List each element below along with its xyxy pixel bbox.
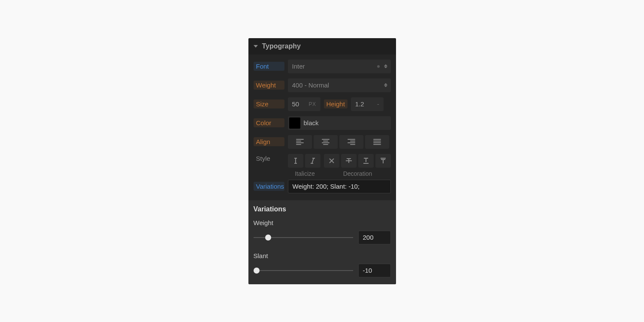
slant-slider-value: -10	[363, 267, 372, 274]
weight-slider-group: Weight 200	[254, 219, 391, 244]
italic-off-button[interactable]	[288, 154, 303, 168]
typography-section-header[interactable]: Typography	[248, 38, 396, 54]
height-label: Height	[324, 99, 348, 108]
slant-slider-input[interactable]: -10	[358, 264, 391, 277]
font-row: Font Inter	[254, 57, 391, 76]
color-swatch[interactable]	[289, 117, 300, 129]
weight-slider[interactable]	[254, 233, 353, 242]
italic-on-button[interactable]	[305, 154, 320, 168]
decoration-strikethrough-button[interactable]	[341, 154, 357, 168]
slider-thumb[interactable]	[254, 268, 260, 274]
variations-subpanel-title: Variations	[254, 205, 391, 213]
size-value: 50	[292, 100, 309, 108]
align-left-button[interactable]	[288, 135, 312, 149]
align-justify-icon	[373, 139, 381, 145]
variations-label: Variations	[254, 182, 284, 191]
align-row: Align	[254, 132, 391, 151]
weight-value: 400 - Normal	[292, 81, 330, 89]
select-chevrons-icon	[384, 64, 387, 68]
size-height-row: Size 50 PX Height 1.2 -	[254, 95, 391, 114]
weight-slider-value: 200	[363, 234, 374, 241]
color-value: black	[304, 119, 319, 126]
italicize-sublabel: Italicize	[288, 170, 322, 177]
overline-icon	[380, 157, 387, 164]
weight-row: Weight 400 - Normal	[254, 76, 391, 95]
align-left-icon	[296, 139, 304, 145]
variations-row: Variations Weight: 200; Slant: -10;	[254, 177, 391, 196]
weight-select[interactable]: 400 - Normal	[288, 78, 391, 92]
slant-slider-label: Slant	[254, 252, 391, 259]
height-input[interactable]: 1.2 -	[351, 97, 384, 111]
typography-panel: Typography Font Inter Weight 400 - Norma…	[248, 38, 396, 284]
font-select[interactable]: Inter	[288, 60, 391, 73]
height-value: 1.2	[355, 100, 379, 108]
select-chevrons-icon	[384, 83, 387, 87]
slider-thumb[interactable]	[265, 235, 271, 241]
decoration-none-button[interactable]	[324, 154, 339, 168]
size-unit: PX	[308, 101, 316, 107]
text-upright-icon	[293, 157, 299, 164]
collapse-triangle-icon	[254, 45, 258, 48]
align-center-button[interactable]	[314, 135, 338, 149]
weight-slider-input[interactable]: 200	[358, 231, 391, 244]
variations-value: Weight: 200; Slant: -10;	[293, 183, 360, 190]
decoration-overline-button[interactable]	[375, 154, 391, 168]
style-label: Style	[254, 154, 284, 163]
color-row: Color black	[254, 114, 391, 132]
slant-slider-group: Slant -10	[254, 252, 391, 277]
align-label: Align	[254, 137, 284, 146]
size-label: Size	[254, 99, 284, 108]
strikethrough-icon	[345, 157, 352, 164]
font-status-dot-icon	[377, 65, 380, 68]
decoration-sublabel: Decoration	[326, 170, 390, 177]
slant-slider[interactable]	[254, 266, 353, 275]
typography-rows: Font Inter Weight 400 - Normal Size	[248, 54, 396, 200]
color-label: Color	[254, 118, 284, 127]
font-label: Font	[254, 62, 284, 71]
align-center-icon	[322, 139, 330, 145]
underline-icon	[363, 157, 369, 164]
font-value: Inter	[292, 63, 305, 70]
variations-subpanel: Variations Weight 200 Slant	[248, 200, 396, 284]
align-right-button[interactable]	[339, 135, 363, 149]
italic-icon	[310, 157, 316, 164]
decoration-underline-button[interactable]	[358, 154, 374, 168]
slider-track	[254, 270, 353, 271]
height-unit: -	[377, 100, 379, 108]
typography-title: Typography	[262, 42, 301, 50]
color-input[interactable]: black	[288, 116, 391, 130]
style-row: Style	[254, 151, 391, 177]
weight-slider-label: Weight	[254, 219, 391, 226]
align-right-icon	[348, 139, 355, 145]
align-justify-button[interactable]	[365, 135, 389, 149]
x-icon	[329, 158, 335, 164]
weight-label: Weight	[254, 81, 284, 90]
variations-input[interactable]: Weight: 200; Slant: -10;	[288, 180, 391, 193]
size-input[interactable]: 50 PX	[288, 97, 320, 111]
